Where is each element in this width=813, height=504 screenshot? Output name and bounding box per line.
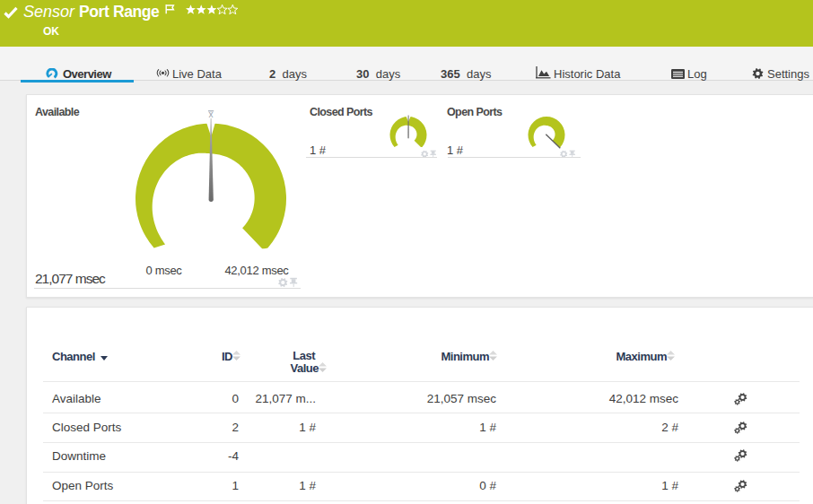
svg-text:x: x: [209, 109, 214, 119]
